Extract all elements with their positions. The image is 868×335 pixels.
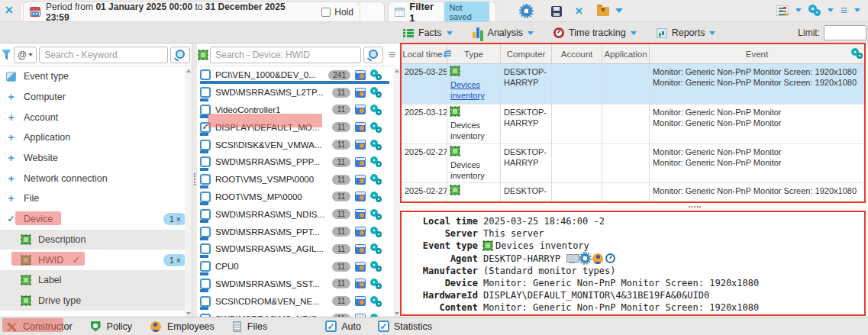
report-icon[interactable] (355, 262, 366, 272)
gears-icon[interactable] (370, 87, 382, 98)
sidebar-item-device[interactable]: ✓ Device 1 × (0, 209, 192, 230)
gears-icon[interactable] (370, 261, 382, 272)
device-checkbox[interactable] (200, 192, 211, 202)
save-filter-icon[interactable] (551, 6, 562, 17)
device-checkbox[interactable] (200, 87, 211, 98)
limit-input[interactable] (824, 25, 866, 40)
device-list-item[interactable]: ROOT\VMS_MP\0000 11 (197, 188, 400, 206)
load-filter-folder-icon[interactable] (597, 7, 609, 16)
report-icon[interactable] (355, 105, 366, 114)
table-row[interactable]: 2025-02-27 18: DESKTOP- Monitor: Generic… (402, 183, 864, 203)
device-list-item[interactable]: PCI\VEN_1000&DEV_0... 241 (197, 66, 400, 84)
device-list-item[interactable]: SCSI\CDROM&VEN_NE... 11 (197, 292, 400, 310)
report-icon[interactable] (355, 88, 366, 98)
event-type-link[interactable]: Devices inventory (450, 79, 497, 101)
report-icon[interactable] (355, 140, 366, 150)
sidebar-item-event-type[interactable]: Event type (0, 66, 192, 87)
report-icon[interactable] (355, 279, 366, 288)
statistics-checkbox[interactable]: ✓ (378, 321, 389, 332)
tab-constructor[interactable]: Constructor (0, 317, 85, 335)
statistics-checkbox-wrap[interactable]: ✓ Statistics (378, 321, 432, 332)
main-menu-caret-icon[interactable] (854, 8, 860, 12)
expand-plus-icon[interactable]: + (6, 91, 16, 103)
gears-icon[interactable] (370, 296, 382, 307)
gears-icon[interactable] (370, 209, 382, 220)
sidebar-item-file[interactable]: + File (0, 188, 192, 209)
report-icon[interactable] (355, 70, 366, 80)
gears-icon[interactable] (370, 156, 382, 167)
expand-plus-icon[interactable]: + (6, 192, 16, 205)
load-filter-caret-icon[interactable] (615, 8, 623, 13)
gears-icon[interactable] (370, 174, 382, 185)
report-icon[interactable] (355, 209, 366, 219)
column-header-local-time[interactable]: Local time (402, 44, 447, 63)
device-checkbox[interactable] (200, 261, 211, 272)
sidebar-item-account[interactable]: + Account (0, 107, 192, 127)
menu-facts[interactable]: Facts (403, 27, 453, 38)
report-icon[interactable] (355, 192, 366, 201)
menu-time-tracking[interactable]: Time tracking (553, 27, 637, 38)
list-menu-icon[interactable]: ≡ (386, 50, 399, 60)
device-list-item[interactable]: SWD\MSRRAS\MS_NDIS... 11 (197, 310, 400, 317)
report-icon[interactable] (355, 157, 366, 167)
tab-employees[interactable]: Employees (144, 317, 227, 335)
view-settings-icon[interactable] (776, 5, 789, 16)
sidebar-item-drive-type[interactable]: Drive type (0, 291, 192, 311)
gears-icon[interactable] (370, 279, 382, 289)
scroll-up-icon[interactable] (186, 69, 191, 72)
device-checkbox[interactable] (200, 140, 211, 150)
menu-analysis[interactable]: Analysis (473, 27, 534, 38)
device-checkbox[interactable] (200, 105, 211, 115)
auto-checkbox-wrap[interactable]: ✓ Auto (325, 321, 361, 332)
sidebar-item-hwid[interactable]: HWID ✓ 1 × (0, 250, 192, 270)
device-checkbox[interactable] (200, 209, 211, 220)
gears-icon[interactable] (370, 227, 382, 237)
sidebar-item-description[interactable]: Description (0, 230, 192, 250)
report-icon[interactable] (355, 296, 366, 306)
gears-icon[interactable] (370, 192, 382, 202)
device-checkbox[interactable] (200, 279, 211, 289)
device-checkbox[interactable] (200, 156, 211, 167)
device-checkbox[interactable]: ✓ (200, 122, 211, 133)
period-selector[interactable]: Period from 01 January 2025 00:00 to 31 … (23, 2, 360, 21)
view-settings-caret-icon[interactable] (795, 8, 802, 12)
device-list-item[interactable]: SCSI\DISK&VEN_VMWA... 11 (197, 136, 400, 153)
device-list-item[interactable]: VideoController1 11 (197, 101, 400, 119)
column-header-type[interactable]: Type (447, 44, 501, 63)
scroll-down-icon[interactable] (186, 312, 191, 315)
gears-icon[interactable] (370, 243, 382, 254)
report-icon[interactable] (355, 122, 366, 132)
table-row[interactable]: 2025-03-25 18: Devices inventory DESKTOP… (402, 64, 864, 105)
hwid-filter-count-badge[interactable]: 1 × (163, 254, 187, 266)
device-list-item[interactable]: SWD\MSRRAS\MS_SST... 11 (197, 275, 400, 293)
gears-icon[interactable] (370, 122, 382, 133)
search-mode-dropdown[interactable]: @ (14, 47, 37, 63)
scroll-down-icon[interactable] (395, 312, 399, 315)
column-settings-gears-icon[interactable] (851, 48, 863, 59)
agent-clock-icon[interactable] (605, 253, 615, 263)
device-list-item[interactable]: CPU0 11 (197, 258, 400, 275)
window-close-icon[interactable]: ✕ (5, 4, 14, 16)
column-header-event[interactable]: Event (650, 44, 864, 63)
device-checkbox[interactable] (200, 243, 211, 254)
filter-tab[interactable]: Filter 1 Not saved (388, 2, 496, 21)
table-row[interactable]: 2025-02-27 18: Devices inventory DESKTOP… (402, 144, 864, 183)
report-icon[interactable] (355, 244, 366, 254)
keyword-search-button[interactable] (170, 47, 190, 63)
auto-checkbox[interactable]: ✓ (325, 321, 337, 332)
splitter-handle[interactable] (194, 173, 195, 185)
close-filter-icon[interactable]: ✕ (575, 5, 583, 17)
services-gears-icon[interactable] (808, 5, 821, 16)
column-header-computer[interactable]: Computer (501, 44, 552, 63)
splitter-handle[interactable] (689, 206, 701, 208)
hwid-search-input[interactable] (210, 47, 361, 63)
sidebar-item-computer[interactable]: + Computer (0, 87, 192, 108)
device-list-item[interactable]: ROOT\VMS_VSMP\0000 11 (197, 171, 400, 188)
gears-icon[interactable] (370, 105, 382, 115)
device-list-item[interactable]: SWD\MSRRAS\MS_L2TP... 11 (197, 84, 400, 101)
device-checkbox[interactable] (200, 174, 211, 185)
expand-plus-icon[interactable]: + (6, 172, 16, 185)
services-caret-icon[interactable] (828, 8, 834, 12)
tab-files[interactable]: Files (227, 317, 279, 335)
device-list-item[interactable]: SWD\MSRRAS\MS_NDIS... 11 (197, 205, 400, 223)
